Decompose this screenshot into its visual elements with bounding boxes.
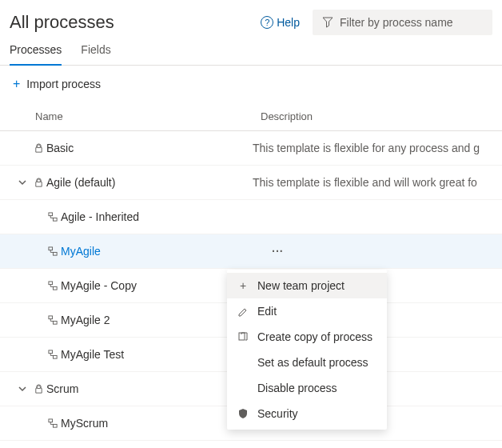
menu-label: Set as default process — [257, 356, 369, 369]
menu-new-team-project[interactable]: + New team project — [227, 273, 387, 298]
inherit-icon — [45, 246, 61, 257]
process-name: MyScrum — [61, 417, 108, 430]
process-name: MyAgile Test — [61, 348, 124, 361]
menu-set-default[interactable]: Set as default process — [227, 350, 387, 375]
filter-input[interactable]: Filter by process name — [313, 10, 492, 35]
process-name: MyAgile - Copy — [61, 279, 137, 292]
page-title: All processes — [10, 12, 261, 33]
menu-label: Edit — [257, 305, 277, 318]
menu-label: Security — [257, 407, 298, 420]
menu-label: New team project — [257, 279, 345, 292]
process-desc: This template is flexible and will work … — [253, 176, 502, 189]
filter-icon — [322, 17, 333, 28]
chevron-down-icon[interactable] — [14, 178, 30, 187]
process-row-basic[interactable]: Basic This template is flexible for any … — [0, 131, 502, 166]
pencil-icon — [237, 305, 249, 318]
process-desc: This template is flexible for any proces… — [253, 142, 502, 154]
shield-icon — [237, 407, 249, 420]
process-name: MyAgile — [61, 245, 101, 258]
column-description: Description — [261, 110, 502, 122]
lock-icon — [30, 143, 46, 154]
process-name: Agile - Inherited — [61, 210, 139, 223]
menu-label: Disable process — [257, 382, 337, 394]
menu-create-copy[interactable]: Create copy of process — [227, 324, 387, 350]
blank-icon — [237, 356, 249, 369]
help-icon: ? — [261, 16, 273, 29]
process-name: Agile (default) — [46, 176, 115, 189]
help-link[interactable]: ? Help — [261, 16, 300, 29]
filter-placeholder: Filter by process name — [340, 16, 453, 29]
menu-disable-process[interactable]: Disable process — [227, 375, 387, 401]
lock-icon — [30, 178, 46, 188]
process-row-myagile[interactable]: MyAgile ··· — [0, 234, 502, 269]
inherit-icon — [45, 350, 61, 360]
import-label: Import process — [26, 78, 101, 90]
tab-processes[interactable]: Processes — [10, 43, 62, 66]
tabs: Processes Fields — [0, 35, 502, 66]
help-label: Help — [277, 16, 300, 29]
inherit-icon — [45, 212, 61, 222]
plus-icon: + — [237, 279, 249, 292]
more-actions-button[interactable]: ··· — [267, 245, 284, 258]
lock-icon — [30, 384, 46, 394]
chevron-down-icon[interactable] — [14, 384, 30, 394]
plus-icon: + — [13, 77, 20, 91]
process-row-agile[interactable]: Agile (default) This template is flexibl… — [0, 166, 502, 200]
menu-edit[interactable]: Edit — [227, 298, 387, 324]
process-name: Scrum — [46, 382, 78, 395]
copy-icon — [237, 330, 249, 343]
menu-label: Create copy of process — [257, 330, 373, 343]
inherit-icon — [45, 418, 61, 429]
column-name: Name — [35, 110, 261, 122]
process-row-agile-inherited[interactable]: Agile - Inherited — [0, 200, 502, 234]
tab-fields[interactable]: Fields — [81, 43, 110, 65]
process-name: Basic — [46, 142, 74, 154]
context-menu: + New team project Edit Create copy of p… — [227, 270, 387, 430]
menu-security[interactable]: Security — [227, 401, 387, 426]
inherit-icon — [45, 281, 61, 291]
process-name: MyAgile 2 — [61, 314, 110, 326]
list-header: Name Description — [0, 102, 502, 131]
inherit-icon — [45, 315, 61, 326]
blank-icon — [237, 382, 249, 394]
import-process-button[interactable]: + Import process — [0, 66, 502, 102]
